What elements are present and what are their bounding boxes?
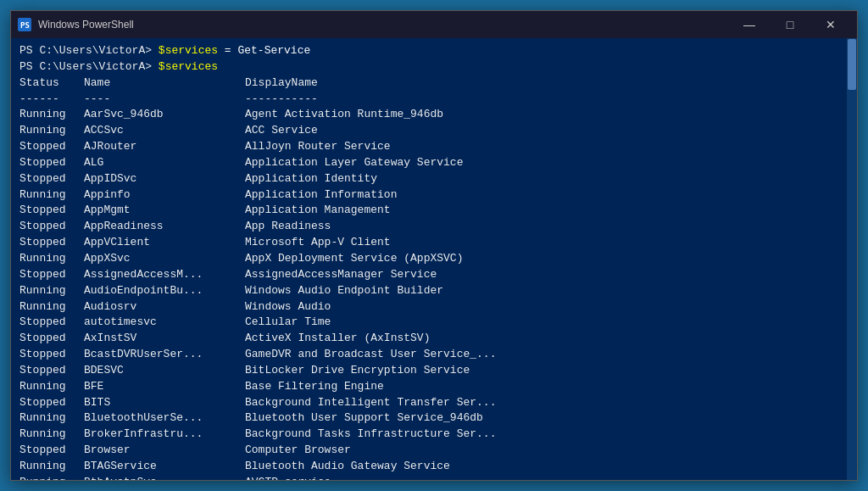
scrollbar[interactable] [847, 38, 857, 480]
service-name: BcastDVRUserSer... [84, 347, 245, 363]
service-name: BTAGService [84, 459, 245, 475]
service-display: Application Management [245, 203, 391, 219]
service-status: Running [19, 410, 84, 427]
service-table: RunningAarSvc_946dbAgent Activation Runt… [19, 107, 849, 480]
service-display: GameDVR and Broadcast User Service_... [245, 347, 496, 363]
service-display: Bluetooth User Support Service_946db [245, 410, 483, 427]
service-name: ALG [84, 155, 245, 171]
service-status: Running [19, 459, 84, 475]
table-row: RunningBTAGServiceBluetooth Audio Gatewa… [19, 459, 849, 475]
maximize-button[interactable]: □ [771, 11, 810, 38]
service-name: AppIDSvc [84, 171, 245, 187]
table-row: RunningBFEBase Filtering Engine [19, 379, 849, 395]
service-name: AudioEndpointBu... [84, 283, 245, 299]
service-status: Running [19, 251, 84, 267]
service-display: Application Identity [245, 171, 377, 187]
service-display: Application Information [245, 187, 397, 204]
table-row: StoppedAxInstSVActiveX Installer (AxInst… [19, 331, 849, 347]
service-status: Stopped [19, 219, 84, 235]
service-status: Running [19, 187, 84, 204]
service-display: AppX Deployment Service (AppXSVC) [245, 251, 463, 267]
service-display: BitLocker Drive Encryption Service [245, 363, 470, 379]
table-row: StoppedAppMgmtApplication Management [19, 203, 849, 219]
service-name: AppMgmt [84, 203, 245, 219]
service-display: Computer Browser [245, 443, 351, 459]
service-display: App Readiness [245, 219, 331, 235]
service-display: Application Layer Gateway Service [245, 155, 463, 171]
table-row: StoppedAssignedAccessM...AssignedAccessM… [19, 267, 849, 283]
service-name: AppReadiness [84, 219, 245, 235]
service-name: AxInstSV [84, 331, 245, 347]
table-row: StoppedAJRouterAllJoyn Router Service [19, 139, 849, 155]
service-display: Windows Audio Endpoint Builder [245, 283, 443, 299]
service-name: ACCSvc [84, 123, 245, 139]
table-row: RunningAudioEndpointBu...Windows Audio E… [19, 283, 849, 299]
service-status: Stopped [19, 363, 84, 379]
prompt-1: PS C:\Users\VictorA> [19, 43, 159, 59]
service-display: Base Filtering Engine [245, 379, 384, 395]
table-row: StoppedautotimesvcCellular Time [19, 315, 849, 331]
service-status: Running [19, 427, 84, 443]
table-row: StoppedAppIDSvcApplication Identity [19, 171, 849, 187]
service-display: Windows Audio [245, 299, 331, 315]
table-row: StoppedBITSBackground Intelligent Transf… [19, 395, 849, 411]
table-row: StoppedALGApplication Layer Gateway Serv… [19, 155, 849, 171]
service-display: Cellular Time [245, 315, 331, 331]
service-status: Stopped [19, 331, 84, 347]
service-status: Stopped [19, 171, 84, 187]
service-status: Stopped [19, 267, 84, 283]
service-display: Bluetooth Audio Gateway Service [245, 459, 450, 475]
table-row: RunningAarSvc_946dbAgent Activation Runt… [19, 107, 849, 123]
service-status: Stopped [19, 443, 84, 459]
var-services: $services [159, 43, 218, 59]
service-name: Audiosrv [84, 299, 245, 315]
command-line-1: PS C:\Users\VictorA> $services = Get-Ser… [19, 43, 849, 59]
service-status: Stopped [19, 139, 84, 155]
service-display: Agent Activation Runtime_946db [245, 107, 443, 123]
table-row: RunningAudiosrvWindows Audio [19, 299, 849, 315]
table-header: Status Name DisplayName [19, 75, 849, 92]
svg-text:PS: PS [20, 21, 30, 30]
service-display: Background Tasks Infrastructure Ser... [245, 427, 496, 443]
service-display: Microsoft App-V Client [245, 235, 391, 251]
service-status: Stopped [19, 235, 84, 251]
service-status: Stopped [19, 155, 84, 171]
app-icon: PS [18, 18, 31, 31]
service-status: Running [19, 283, 84, 299]
window-controls: — □ ✕ [730, 11, 850, 38]
table-row: RunningACCSvcACC Service [19, 123, 849, 139]
service-status: Running [19, 299, 84, 315]
service-name: BrokerInfrastru... [84, 427, 245, 443]
powershell-window: PS Windows PowerShell — □ ✕ PS C:\Users\… [10, 10, 858, 481]
table-row: RunningBluetoothUserSe...Bluetooth User … [19, 410, 849, 427]
terminal-area[interactable]: PS C:\Users\VictorA> $services = Get-Ser… [11, 38, 857, 480]
minimize-button[interactable]: — [730, 11, 769, 38]
table-row: StoppedBDESVCBitLocker Drive Encryption … [19, 363, 849, 379]
service-status: Running [19, 475, 84, 480]
table-row: StoppedAppVClientMicrosoft App-V Client [19, 235, 849, 251]
close-button[interactable]: ✕ [811, 11, 850, 38]
service-status: Stopped [19, 203, 84, 219]
service-status: Stopped [19, 315, 84, 331]
service-name: autotimesvc [84, 315, 245, 331]
service-name: AppVClient [84, 235, 245, 251]
table-row: RunningAppinfoApplication Information [19, 187, 849, 204]
service-name: Browser [84, 443, 245, 459]
service-display: ActiveX Installer (AxInstSV) [245, 331, 430, 347]
service-name: AppXSvc [84, 251, 245, 267]
command-line-2: PS C:\Users\VictorA> $services [19, 59, 849, 75]
service-status: Running [19, 107, 84, 123]
table-row: StoppedAppReadinessApp Readiness [19, 219, 849, 235]
window-title: Windows PowerShell [38, 19, 730, 31]
service-name: AarSvc_946db [84, 107, 245, 123]
service-name: BFE [84, 379, 245, 395]
scrollbar-thumb[interactable] [848, 39, 856, 90]
service-status: Running [19, 123, 84, 139]
service-status: Running [19, 379, 84, 395]
service-name: BluetoothUserSe... [84, 410, 245, 427]
service-name: BDESVC [84, 363, 245, 379]
service-display: Background Intelligent Transfer Ser... [245, 395, 496, 411]
service-display: ACC Service [245, 123, 318, 139]
service-status: Stopped [19, 395, 84, 411]
service-name: AssignedAccessM... [84, 267, 245, 283]
